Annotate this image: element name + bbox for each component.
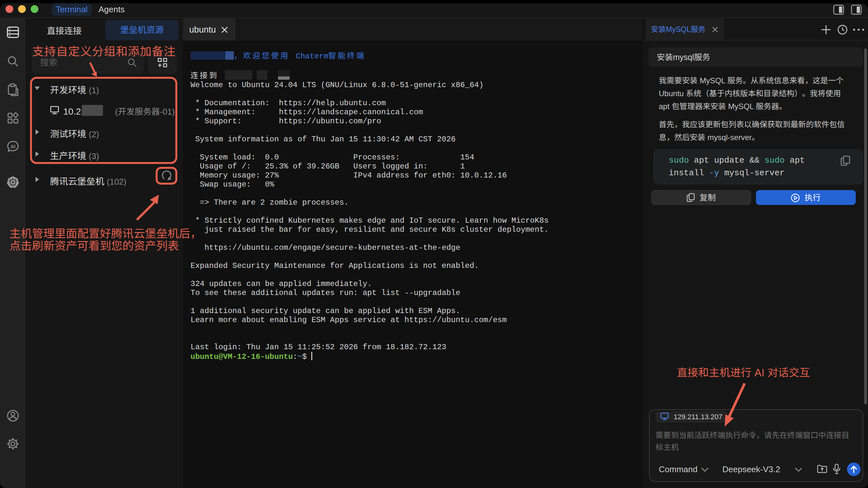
svg-text:AI: AI [11,143,16,149]
